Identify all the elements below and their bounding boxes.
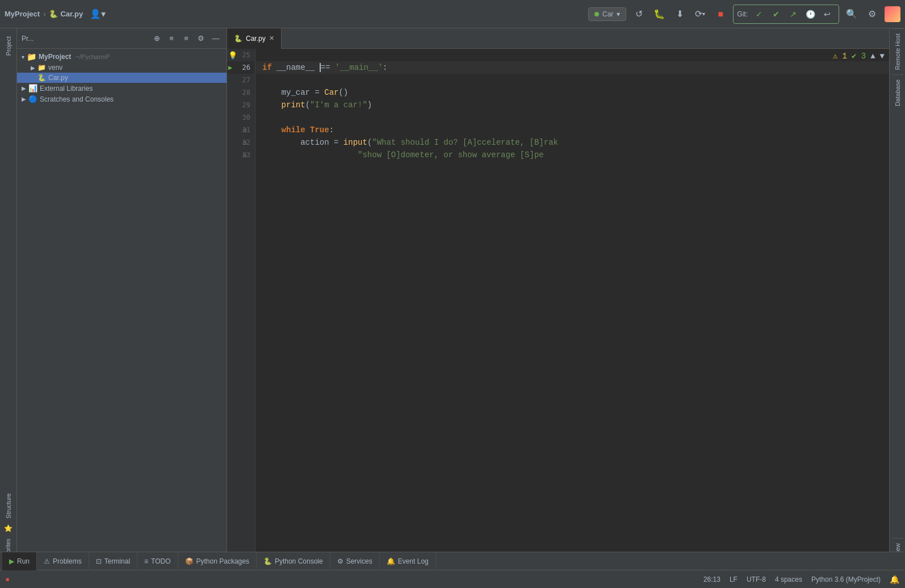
btab-services[interactable]: ⚙ Services xyxy=(330,552,380,570)
stop-button[interactable]: ■ xyxy=(713,6,728,22)
collapse-all-button[interactable]: ≡ xyxy=(165,32,178,45)
user-menu-button[interactable]: 👤▾ xyxy=(90,6,106,22)
git-rollback-button[interactable]: ↩ xyxy=(819,6,835,22)
file-panel-toolbar: Pr... ⊕ ≡ ≡ ⚙ — xyxy=(17,28,227,49)
file-tree: ▾ 📁 MyProject ~/PycharmP ▶ 📁 venv 🐍 Car.… xyxy=(17,49,227,570)
var-action: action xyxy=(300,138,329,147)
tree-label-carpy: Car.py xyxy=(48,74,68,82)
git-label: Git: xyxy=(737,10,748,18)
top-toolbar: MyProject › 🐍 Car.py 👤▾ Car ▾ ↺ 🐛 ⬇ ⟳▾ ■… xyxy=(0,0,905,28)
folder-icon-myproject: 📁 xyxy=(27,52,36,61)
cursor: == xyxy=(320,63,335,72)
kw-true: True xyxy=(310,125,329,135)
btab-terminal[interactable]: ⊡ Terminal xyxy=(89,552,137,570)
fold-icon-31[interactable]: ⊟ xyxy=(243,127,246,133)
tree-item-venv[interactable]: ▶ 📁 venv xyxy=(17,62,227,73)
close-file-panel-button[interactable]: — xyxy=(210,32,222,45)
sidebar-item-structure[interactable]: Structure xyxy=(4,490,13,522)
editor-area: 🐍 Car.py ✕ 💡 25 ▶ 26 27 xyxy=(227,28,889,570)
git-history-button[interactable]: 🕐 xyxy=(802,6,818,22)
expand-all-button[interactable]: ≡ xyxy=(180,32,192,45)
editor-indicators: ⚠ 1 ✔ 3 ▲ ▼ xyxy=(833,51,885,61)
btab-terminal-label: Terminal xyxy=(104,557,130,565)
tree-item-carpy[interactable]: 🐍 Car.py xyxy=(17,73,227,83)
tree-item-myproject[interactable]: ▾ 📁 MyProject ~/PycharmP xyxy=(17,51,227,62)
settings-file-panel-button[interactable]: ⚙ xyxy=(195,32,207,45)
fold-icon-32[interactable]: ⊟ xyxy=(243,140,246,146)
btab-event-log[interactable]: 🔔 Event Log xyxy=(380,552,436,570)
editor-content[interactable]: 💡 25 ▶ 26 27 28 29 30 ⊟ 31 xyxy=(227,49,889,555)
btab-run[interactable]: ▶ Run xyxy=(2,552,37,570)
nav-up-icon[interactable]: ▲ xyxy=(870,52,875,61)
settings-button[interactable]: ⚙ xyxy=(864,6,880,22)
btab-packages-label: Python Packages xyxy=(196,557,249,565)
sidebar-item-project[interactable]: Project xyxy=(4,33,13,59)
project-name[interactable]: MyProject xyxy=(5,10,40,18)
code-line-33: "show [O]dometer, or show average [S]pe xyxy=(255,149,889,161)
status-notification-icon[interactable]: 🔔 xyxy=(890,575,899,584)
status-encoding[interactable]: LF xyxy=(730,576,738,583)
code-indent-28 xyxy=(262,88,282,97)
line-num-31: ⊟ 31 xyxy=(227,124,255,136)
code-line-26: if __name__ == '__main__' : xyxy=(255,61,889,74)
code-paren29b: ) xyxy=(367,100,372,110)
breadcrumb-file[interactable]: Car.py xyxy=(60,10,83,18)
nav-down-icon[interactable]: ▼ xyxy=(880,52,885,61)
tab-python-icon: 🐍 xyxy=(234,35,242,43)
sidebar-favorites-icon[interactable]: ⭐ xyxy=(1,524,16,533)
editor-tab-carpy[interactable]: 🐍 Car.py ✕ xyxy=(227,28,282,49)
status-bar-right: 26:13 LF UTF-8 4 spaces Python 3.6 (MyPr… xyxy=(703,575,899,584)
status-charset[interactable]: UTF-8 xyxy=(747,576,766,583)
profile-button[interactable]: ⟳▾ xyxy=(692,6,708,22)
line-num-25: 💡 25 xyxy=(227,49,255,61)
right-tab-remote[interactable]: Remote Host xyxy=(892,28,903,74)
btab-todo[interactable]: ≡ TODO xyxy=(137,552,178,570)
search-everywhere-button[interactable]: 🔍 xyxy=(844,6,860,22)
tree-item-scratches[interactable]: ▶ 🔵 Scratches and Consoles xyxy=(17,94,227,104)
right-sidebar: Remote Host Database SciView xyxy=(889,28,905,570)
line-num-28: 28 xyxy=(227,86,255,99)
git-update-button[interactable]: ✓ xyxy=(751,6,767,22)
status-indent[interactable]: 4 spaces xyxy=(775,576,802,583)
code-text-26a: __name__ xyxy=(272,63,320,72)
space-31 xyxy=(305,125,310,135)
tree-arrow-venv: ▶ xyxy=(31,65,35,71)
code-indent-32 xyxy=(262,138,300,147)
kw-if: if xyxy=(262,63,272,72)
folder-icon-venv: 📁 xyxy=(37,64,46,72)
code-eq-28: = xyxy=(310,88,324,97)
main-layout: Project Structure ⭐ Favorites Pr... ⊕ ≡ … xyxy=(0,28,905,570)
btab-problems[interactable]: ⚠ Problems xyxy=(37,552,89,570)
git-commit-button[interactable]: ✔ xyxy=(768,6,784,22)
line-num-26: ▶ 26 xyxy=(227,61,255,74)
status-position[interactable]: 26:13 xyxy=(703,576,720,583)
locate-file-button[interactable]: ⊕ xyxy=(150,32,163,45)
btab-python-console[interactable]: 🐍 Python Console xyxy=(257,552,330,570)
run-arrow-icon: ▶ xyxy=(228,64,232,72)
code-editor[interactable]: ⚠ 1 ✔ 3 ▲ ▼ if __name__ == '__main__' : xyxy=(255,49,889,555)
run-icon: ▶ xyxy=(9,557,14,565)
line-num-29: 29 xyxy=(227,99,255,111)
fn-input: input xyxy=(343,138,367,147)
line-num-32: ⊟ 32 xyxy=(227,136,255,149)
debug-button[interactable]: 🐛 xyxy=(651,6,667,22)
tree-arrow-myproject: ▾ xyxy=(22,54,24,60)
coverage-button[interactable]: ⬇ xyxy=(672,6,688,22)
tab-close-carpy[interactable]: ✕ xyxy=(269,35,274,42)
code-line-31: while True : xyxy=(255,124,889,136)
lightbulb-icon[interactable]: 💡 xyxy=(228,51,237,60)
btab-console-label: Python Console xyxy=(275,557,323,565)
tree-item-external[interactable]: ▶ 📊 External Libraries xyxy=(17,83,227,94)
warning-count: ⚠ 1 xyxy=(833,51,847,61)
git-push-button[interactable]: ↗ xyxy=(785,6,801,22)
code-colon-26: : xyxy=(383,63,387,72)
run-config-button[interactable]: Car ▾ xyxy=(588,7,626,21)
right-tab-database[interactable]: Database xyxy=(892,74,903,111)
tab-label-carpy: Car.py xyxy=(246,35,266,43)
code-indent-31 xyxy=(262,125,282,135)
tree-label-scratches: Scratches and Consoles xyxy=(40,95,114,103)
run-button[interactable]: ↺ xyxy=(631,6,647,22)
status-python[interactable]: Python 3.6 (MyProject) xyxy=(811,576,881,583)
btab-python-packages[interactable]: 📦 Python Packages xyxy=(178,552,257,570)
fold-icon-33[interactable]: ⊟ xyxy=(243,152,246,158)
